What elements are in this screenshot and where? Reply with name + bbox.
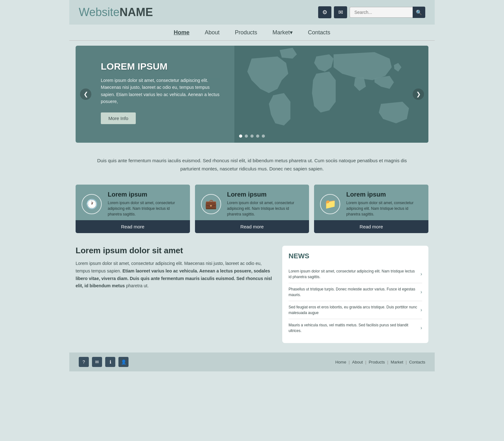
- card-1-text: Lorem ipsum dolor sit amet, consectetur …: [108, 200, 185, 217]
- footer: ? ✉ ℹ 👤 Home | About | Products | Market…: [69, 352, 435, 371]
- news-item-3[interactable]: Sed feugiat eros et eros lobortis, eu gr…: [289, 301, 422, 319]
- slider-next-button[interactable]: ❯: [413, 89, 424, 100]
- card-1-title: Lorem ipsum: [108, 191, 185, 198]
- news-title: NEWS: [289, 252, 422, 260]
- logo-regular: Website: [79, 6, 119, 19]
- card-1-info: Lorem ipsum Lorem ipsum dolor sit amet, …: [108, 191, 185, 217]
- footer-links: Home | About | Products | Market | Conta…: [335, 360, 425, 364]
- dot-1[interactable]: [239, 135, 242, 138]
- news-item-2-text: Phasellus ut tristique turpis. Donec mol…: [289, 286, 417, 298]
- card-3-top: 📁 Lorem ipsum Lorem ipsum dolor sit amet…: [314, 185, 428, 220]
- news-item-4[interactable]: Mauris a vehicula risus, vel mattis metu…: [289, 319, 422, 337]
- mail-button[interactable]: ✉: [334, 6, 347, 18]
- footer-link-products[interactable]: Products: [369, 360, 385, 364]
- nav-item-market[interactable]: Market▾: [272, 29, 293, 36]
- card-3-text: Lorem ipsum dolor sit amet, consectetur …: [346, 200, 423, 217]
- content-body-text: Lorem ipsum dolor sit amet, consectetur …: [76, 261, 272, 288]
- header-actions: ⚙ ✉ 🔍: [318, 6, 425, 18]
- news-item-1[interactable]: Lorem ipsum dolor sit amet, consectetur …: [289, 265, 422, 283]
- nav-item-about[interactable]: About: [205, 29, 220, 36]
- slider-text: Lorem ipsum dolor sit amet, consectetur …: [101, 77, 222, 105]
- search-box: 🔍: [350, 7, 425, 18]
- footer-icons: ? ✉ ℹ 👤: [79, 357, 129, 367]
- logo-bold: NAME: [119, 6, 153, 19]
- footer-separator-2: |: [365, 360, 367, 364]
- news-item-2[interactable]: Phasellus ut tristique turpis. Donec mol…: [289, 283, 422, 301]
- footer-link-about[interactable]: About: [352, 360, 363, 364]
- footer-help-icon[interactable]: ?: [79, 357, 89, 367]
- nav-item-products[interactable]: Products: [235, 29, 257, 36]
- slider-prev-button[interactable]: ❮: [80, 89, 91, 100]
- slider-dots: [239, 135, 265, 138]
- feature-cards: 🕐 Lorem ipsum Lorem ipsum dolor sit amet…: [69, 181, 435, 241]
- chevron-left-icon: ❮: [83, 91, 88, 98]
- dot-3[interactable]: [250, 135, 254, 138]
- slider-title: LOREM IPSUM: [101, 61, 222, 72]
- dot-2[interactable]: [245, 135, 248, 138]
- header: WebsiteNAME ⚙ ✉ 🔍: [69, 0, 435, 25]
- card-2-text: Lorem ipsum dolor sit amet, consectetur …: [227, 200, 304, 217]
- world-map: [234, 46, 428, 143]
- footer-link-contacts[interactable]: Contacts: [409, 360, 425, 364]
- clock-icon: 🕐: [82, 194, 102, 214]
- gear-button[interactable]: ⚙: [318, 6, 331, 18]
- news-chevron-4: ›: [421, 325, 422, 331]
- card-2-title: Lorem ipsum: [227, 191, 304, 198]
- card-2-read-more-button[interactable]: Read more: [195, 220, 309, 233]
- hero-slider: LOREM IPSUM Lorem ipsum dolor sit amet, …: [76, 46, 428, 143]
- news-chevron-2: ›: [421, 289, 422, 295]
- footer-link-home[interactable]: Home: [335, 360, 346, 364]
- footer-separator-3: |: [387, 360, 389, 364]
- dot-4[interactable]: [256, 135, 259, 138]
- navigation: Home About Products Market▾ Contacts: [69, 25, 435, 41]
- news-chevron-1: ›: [421, 271, 422, 277]
- card-3-title: Lorem ipsum: [346, 191, 423, 198]
- footer-separator-1: |: [349, 360, 351, 364]
- content-title: Lorem ipsum dolor sit amet: [76, 246, 276, 255]
- card-1-icon-wrap: 🕐: [81, 193, 103, 215]
- slider-content: LOREM IPSUM Lorem ipsum dolor sit amet, …: [76, 46, 234, 143]
- footer-mail-icon[interactable]: ✉: [92, 357, 102, 367]
- search-icon: 🔍: [416, 9, 422, 15]
- content-body: Lorem ipsum dolor sit amet, consectetur …: [76, 260, 276, 290]
- news-item-4-text: Mauris a vehicula risus, vel mattis metu…: [289, 322, 417, 334]
- card-2-info: Lorem ipsum Lorem ipsum dolor sit amet, …: [227, 191, 304, 217]
- card-1-top: 🕐 Lorem ipsum Lorem ipsum dolor sit amet…: [76, 185, 190, 220]
- card-2-icon-wrap: 💼: [200, 193, 222, 215]
- card-1-read-more-button[interactable]: Read more: [76, 220, 190, 233]
- logo: WebsiteNAME: [79, 6, 153, 19]
- card-2-top: 💼 Lorem ipsum Lorem ipsum dolor sit amet…: [195, 185, 309, 220]
- folder-icon: 📁: [320, 194, 340, 214]
- news-chevron-3: ›: [421, 307, 422, 313]
- nav-item-home[interactable]: Home: [174, 29, 190, 36]
- search-button[interactable]: 🔍: [413, 7, 425, 18]
- search-input[interactable]: [350, 7, 413, 18]
- footer-link-market[interactable]: Market: [391, 360, 403, 364]
- news-panel: NEWS Lorem ipsum dolor sit amet, consect…: [282, 246, 428, 343]
- news-item-3-text: Sed feugiat eros et eros lobortis, eu gr…: [289, 304, 417, 316]
- news-item-1-text: Lorem ipsum dolor sit amet, consectetur …: [289, 268, 417, 280]
- footer-info-icon[interactable]: ℹ: [105, 357, 115, 367]
- card-3: 📁 Lorem ipsum Lorem ipsum dolor sit amet…: [314, 185, 428, 233]
- card-3-info: Lorem ipsum Lorem ipsum dolor sit amet, …: [346, 191, 423, 217]
- more-info-button[interactable]: More Info: [101, 112, 136, 124]
- nav-item-contacts[interactable]: Contacts: [308, 29, 330, 36]
- gear-icon: ⚙: [322, 9, 327, 16]
- footer-user-icon[interactable]: 👤: [118, 357, 129, 367]
- dot-5[interactable]: [262, 135, 265, 138]
- footer-separator-4: |: [406, 360, 408, 364]
- card-3-icon-wrap: 📁: [319, 193, 341, 215]
- briefcase-icon: 💼: [201, 194, 221, 214]
- mail-icon: ✉: [338, 9, 343, 16]
- card-2: 💼 Lorem ipsum Lorem ipsum dolor sit amet…: [195, 185, 309, 233]
- slider-map: [234, 46, 428, 143]
- promo-text: Duis quis ante fermentum mauris iaculis …: [69, 148, 435, 181]
- card-1: 🕐 Lorem ipsum Lorem ipsum dolor sit amet…: [76, 185, 190, 233]
- main-content: Lorem ipsum dolor sit amet Lorem ipsum d…: [76, 246, 276, 290]
- card-3-read-more-button[interactable]: Read more: [314, 220, 428, 233]
- content-news-section: Lorem ipsum dolor sit amet Lorem ipsum d…: [69, 241, 435, 352]
- chevron-right-icon: ❯: [416, 91, 421, 98]
